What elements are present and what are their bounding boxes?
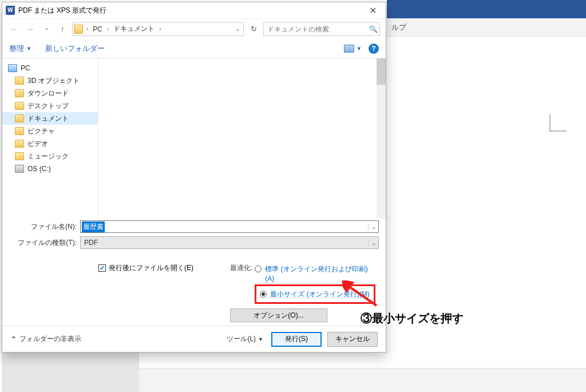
tree-node-pc[interactable]: PC bbox=[2, 62, 98, 74]
checkbox-icon: ✓ bbox=[98, 264, 106, 272]
tree-node-desktop[interactable]: デスクトップ bbox=[2, 100, 98, 112]
tree-node-videos[interactable]: ビデオ bbox=[2, 137, 98, 150]
folder-icon bbox=[15, 77, 24, 85]
annotation-text: ③最小サイズを押す bbox=[361, 311, 464, 326]
options-area: ✓ 発行後にファイルを開く(E) 最適化: 標準 (オンライン発行および印刷)(… bbox=[2, 251, 386, 326]
folder-icon bbox=[15, 114, 24, 122]
new-folder-button[interactable]: 新しいフォルダー bbox=[45, 43, 105, 54]
radio-icon bbox=[255, 266, 262, 272]
filetype-label: ファイルの種類(T): bbox=[9, 238, 80, 248]
breadcrumb-documents[interactable]: ドキュメント bbox=[112, 24, 156, 34]
word-ribbon-bg bbox=[387, 0, 586, 18]
view-menu[interactable]: ▼ bbox=[344, 45, 362, 53]
word-toolbar-bg: ルプ bbox=[387, 18, 586, 37]
collapse-icon: ⌃ bbox=[10, 335, 17, 344]
folder-tree[interactable]: PC 3D オブジェクト ダウンロード デスクトップ ドキュメント ピクチャ ビ… bbox=[2, 58, 98, 219]
filename-input[interactable]: 履歴書 ⌄ bbox=[80, 220, 379, 233]
folder-icon bbox=[15, 127, 24, 135]
hide-folders-toggle[interactable]: ⌃ フォルダーの非表示 bbox=[10, 334, 81, 344]
document-corner-mark bbox=[549, 114, 567, 132]
help-button[interactable]: ? bbox=[369, 43, 379, 54]
options-button[interactable]: オプション(O)... bbox=[230, 308, 327, 322]
publish-button[interactable]: 発行(S) bbox=[271, 332, 322, 347]
folder-icon bbox=[15, 102, 24, 110]
open-after-publish-checkbox[interactable]: ✓ 発行後にファイルを開く(E) bbox=[98, 263, 230, 273]
open-after-publish-label: 発行後にファイルを開く(E) bbox=[109, 263, 193, 273]
folder-icon bbox=[15, 152, 24, 160]
chevron-down-icon: ⌄ bbox=[368, 240, 378, 246]
tree-node-pictures[interactable]: ピクチャ bbox=[2, 125, 98, 137]
view-icon bbox=[344, 45, 354, 53]
filetype-select[interactable]: PDF ⌄ bbox=[80, 236, 379, 249]
search-icon[interactable]: 🔍 bbox=[367, 25, 379, 33]
folder-icon bbox=[15, 89, 24, 97]
tree-node-osc[interactable]: OS (C:) bbox=[2, 163, 98, 175]
chevron-down-icon: ▼ bbox=[258, 336, 263, 342]
highlight-box: 最小サイズ (オンライン発行)(M) bbox=[255, 284, 375, 304]
nav-back-button[interactable]: ← bbox=[8, 23, 21, 35]
folder-icon bbox=[74, 25, 83, 34]
filename-value: 履歴書 bbox=[82, 221, 105, 232]
filename-history-dropdown[interactable]: ⌄ bbox=[368, 224, 378, 230]
chevron-down-icon: ▼ bbox=[357, 46, 362, 52]
nav-history-dropdown[interactable]: ▾ bbox=[40, 23, 53, 35]
help-menu-fragment[interactable]: ルプ bbox=[391, 22, 406, 33]
close-button[interactable] bbox=[361, 2, 386, 18]
navigation-row: ← → ▾ ↑ › PC › ドキュメント › ⌄ ↻ 🔍 bbox=[2, 18, 386, 39]
pc-icon bbox=[8, 64, 17, 72]
scrollbar-thumb[interactable] bbox=[377, 58, 386, 85]
refresh-button[interactable]: ↻ bbox=[247, 23, 260, 35]
cancel-button[interactable]: キャンセル bbox=[327, 332, 378, 347]
tree-node-3dobjects[interactable]: 3D オブジェクト bbox=[2, 74, 98, 87]
nav-up-button[interactable]: ↑ bbox=[56, 23, 69, 35]
filetype-value: PDF bbox=[84, 239, 368, 247]
search-input[interactable] bbox=[264, 25, 367, 33]
dialog-title: PDF または XPS 形式で発行 bbox=[18, 6, 106, 15]
tools-menu[interactable]: ツール(L) ▼ bbox=[227, 334, 263, 344]
optimize-minimum-label: 最小サイズ (オンライン発行)(M) bbox=[270, 290, 369, 299]
toolrow: 整理 ▼ 新しいフォルダー ▼ ? bbox=[2, 39, 386, 58]
breadcrumb-dropdown[interactable]: ⌄ bbox=[233, 26, 242, 32]
dialog-titlebar: W PDF または XPS 形式で発行 bbox=[2, 2, 386, 18]
breadcrumb-pc[interactable]: PC bbox=[92, 25, 104, 33]
filetype-row: ファイルの種類(T): PDF ⌄ bbox=[2, 235, 386, 251]
breadcrumb-bar[interactable]: › PC › ドキュメント › ⌄ bbox=[72, 22, 244, 36]
tree-node-documents[interactable]: ドキュメント bbox=[2, 112, 98, 125]
folder-icon bbox=[15, 140, 24, 148]
organize-label: 整理 bbox=[9, 43, 24, 54]
chevron-right-icon[interactable]: › bbox=[84, 26, 90, 32]
tree-node-downloads[interactable]: ダウンロード bbox=[2, 87, 98, 100]
chevron-right-icon[interactable]: › bbox=[105, 26, 111, 32]
dialog-footer: ⌃ フォルダーの非表示 ツール(L) ▼ 発行(S) キャンセル bbox=[2, 326, 386, 352]
radio-icon bbox=[260, 291, 267, 298]
file-list-area[interactable] bbox=[98, 58, 386, 219]
hide-folders-label: フォルダーの非表示 bbox=[19, 334, 81, 344]
word-statusbar-bg bbox=[139, 368, 586, 392]
organize-menu[interactable]: 整理 ▼ bbox=[9, 43, 31, 54]
drive-icon bbox=[15, 165, 24, 173]
chevron-right-icon[interactable]: › bbox=[157, 26, 163, 32]
search-box[interactable]: 🔍 bbox=[263, 22, 380, 36]
tools-label: ツール(L) bbox=[227, 334, 256, 344]
chevron-down-icon: ▼ bbox=[26, 46, 31, 52]
optimize-standard-radio[interactable]: 標準 (オンライン発行および印刷)(A) bbox=[255, 264, 375, 283]
word-sidepanel-bg bbox=[2, 352, 139, 392]
optimize-standard-label: 標準 (オンライン発行および印刷)(A) bbox=[265, 264, 375, 283]
midpane: PC 3D オブジェクト ダウンロード デスクトップ ドキュメント ピクチャ ビ… bbox=[2, 58, 386, 219]
optimize-label: 最適化: bbox=[230, 263, 252, 303]
close-icon bbox=[370, 7, 376, 13]
word-app-icon: W bbox=[6, 6, 15, 15]
tree-node-music[interactable]: ミュージック bbox=[2, 150, 98, 163]
publish-pdf-xps-dialog: W PDF または XPS 形式で発行 ← → ▾ ↑ › PC › ドキュメン… bbox=[2, 2, 386, 353]
optimize-minimum-radio[interactable]: 最小サイズ (オンライン発行)(M) bbox=[260, 290, 370, 299]
nav-forward-button[interactable]: → bbox=[24, 23, 37, 35]
filename-label: ファイル名(N): bbox=[9, 222, 80, 232]
filename-row: ファイル名(N): 履歴書 ⌄ bbox=[2, 219, 386, 235]
